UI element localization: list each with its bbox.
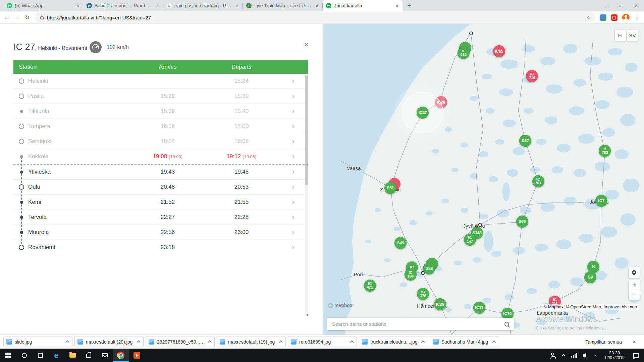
taskbar-search-button[interactable]: [16, 349, 32, 362]
tab-close-button[interactable]: ×: [75, 3, 80, 9]
file-explorer-button[interactable]: [64, 349, 80, 362]
download-menu-caret[interactable]: [492, 340, 496, 344]
download-item[interactable]: maxresdefault (20).jpg: [74, 337, 144, 347]
train-marker[interactable]: IC701: [532, 175, 544, 187]
station-row[interactable]: Ylivieska 19:43 19:45 ›: [13, 165, 308, 180]
tab-close-button[interactable]: ×: [234, 3, 240, 9]
tray-expand-button[interactable]: [558, 349, 569, 362]
forward-button[interactable]: →: [12, 12, 22, 22]
train-marker[interactable]: S67: [519, 135, 531, 147]
locate-button[interactable]: [629, 267, 640, 278]
browser-tab[interactable]: G train position tracking - Penelus... ×: [163, 0, 243, 11]
download-menu-caret[interactable]: [65, 340, 69, 344]
zoom-out-button[interactable]: −: [629, 290, 640, 300]
download-item[interactable]: 28297761890_e59....jpg: [146, 337, 215, 347]
station-row[interactable]: Oulu 20:48 20:53 ›: [13, 180, 308, 195]
browser-tab[interactable]: W Bung Transport — WordPress.co... ×: [83, 0, 163, 11]
video-app-button[interactable]: [129, 349, 145, 362]
tab-close-button[interactable]: ×: [394, 3, 400, 9]
close-downloads-bar-button[interactable]: ×: [628, 339, 641, 345]
people-tray-button[interactable]: [547, 349, 558, 362]
download-item[interactable]: trucktraincloudnu....jpg: [359, 337, 428, 347]
tab-close-button[interactable]: ×: [155, 3, 160, 9]
train-marker[interactable]: IC471: [364, 280, 376, 292]
zoom-in-button[interactable]: +: [629, 280, 640, 290]
lang-fi-button[interactable]: FI: [615, 30, 626, 41]
edge-button[interactable]: e: [48, 349, 64, 362]
train-marker[interactable]: S51: [384, 182, 396, 194]
station-row[interactable]: Tampere 16:56 17:00 ›: [13, 119, 308, 134]
volume-tray-button[interactable]: [580, 349, 590, 362]
store-button[interactable]: [80, 349, 97, 362]
train-marker[interactable]: IC186: [405, 268, 417, 281]
station-row[interactable]: Pasila 15:29 15:30 ›: [13, 89, 308, 104]
status-tray-button[interactable]: ×: [590, 349, 601, 362]
download-menu-caret[interactable]: [421, 340, 425, 344]
url-text[interactable]: https://junatkartalla.vr.fi/?lang=en-US&…: [47, 15, 586, 20]
new-tab-button[interactable]: +: [405, 1, 414, 10]
scrollbar-thumb[interactable]: [305, 75, 308, 185]
train-marker[interactable]: IC147: [464, 234, 476, 246]
train-marker[interactable]: S9: [584, 271, 596, 283]
search-icon[interactable]: [504, 321, 510, 327]
download-item[interactable]: Sudhanshu Mani 4.jpg: [430, 337, 499, 347]
chrome-taskbar-button[interactable]: [113, 349, 129, 362]
station-row[interactable]: Kemi 21:52 21:55 ›: [13, 195, 308, 210]
search-input[interactable]: [332, 321, 504, 327]
train-marker[interactable]: IC179: [417, 288, 429, 300]
minimize-button[interactable]: –: [598, 0, 613, 11]
network-tray-button[interactable]: [569, 349, 580, 362]
station-row[interactable]: Muurola 22:56 23:00 ›: [13, 225, 308, 240]
train-marker[interactable]: S88: [423, 262, 435, 275]
panel-scrollbar[interactable]: [305, 75, 308, 316]
action-center-button[interactable]: [628, 349, 644, 362]
profile-avatar[interactable]: [622, 14, 630, 21]
train-marker[interactable]: S49: [394, 237, 407, 249]
address-bar[interactable]: https://junatkartalla.vr.fi/?lang=en-US&…: [35, 12, 595, 22]
taskbar-clock[interactable]: 23.28 12/07/2019: [601, 349, 628, 362]
station-row[interactable]: Helsinki 15:24 ›: [13, 74, 308, 89]
pdf-extension-icon[interactable]: [611, 14, 618, 21]
station-row[interactable]: Seinäjoki 18:04 18:08 ›: [13, 134, 308, 149]
download-item[interactable]: maxresdefault (19).jpg: [217, 337, 286, 347]
browser-menu-icon[interactable]: ⋮: [632, 12, 642, 22]
browser-tab[interactable]: T Live Train Map – see train inform... ×: [243, 0, 323, 11]
train-marker[interactable]: H763: [599, 145, 611, 157]
close-window-button[interactable]: ×: [629, 0, 644, 11]
download-menu-caret[interactable]: [208, 340, 211, 344]
mapbox-logo[interactable]: mapbox: [328, 303, 353, 308]
reload-button[interactable]: ↻: [22, 12, 32, 22]
task-view-button[interactable]: [32, 349, 48, 362]
station-row[interactable]: Kokkola 19:08(19:03) 19:12(19:05) ›: [13, 149, 308, 164]
train-marker[interactable]: IC710: [526, 70, 538, 82]
download-menu-caret[interactable]: [137, 340, 140, 344]
lang-sv-button[interactable]: SV: [627, 30, 638, 41]
train-marker[interactable]: IC65: [493, 45, 505, 57]
train-marker[interactable]: IC7: [595, 195, 607, 207]
browser-tab[interactable]: VR Junat kartalla ×: [323, 0, 402, 11]
bookmark-star-icon[interactable]: ☆: [586, 14, 591, 21]
station-row[interactable]: Tikkurila 15:39 15:40 ›: [13, 104, 308, 119]
train-marker[interactable]: S69: [516, 216, 528, 228]
download-menu-caret[interactable]: [350, 340, 354, 344]
train-marker[interactable]: IC919: [458, 47, 470, 59]
browser-tab[interactable]: W (5) WhatsApp ×: [3, 0, 83, 11]
mail-button[interactable]: [97, 349, 113, 362]
station-row[interactable]: Tervola 22:27 22:28 ›: [13, 210, 308, 225]
download-menu-caret[interactable]: [279, 340, 282, 344]
train-marker[interactable]: IC11: [473, 302, 485, 314]
maximize-button[interactable]: □: [613, 0, 629, 11]
download-item[interactable]: slide.jpg: [3, 337, 72, 347]
map-attribution[interactable]: © Mapbox, © OpenStreetMap, Improve this …: [542, 304, 639, 310]
train-marker[interactable]: IC29: [434, 298, 446, 310]
show-all-downloads-button[interactable]: Tampilkan semua: [579, 339, 628, 345]
tab-close-button[interactable]: ×: [314, 3, 320, 9]
scrollbar-down-arrow[interactable]: ▾: [306, 312, 309, 317]
translate-extension-icon[interactable]: [600, 14, 606, 21]
download-item[interactable]: roro316394.jpg: [288, 337, 357, 347]
station-row[interactable]: Rovaniemi 23:18 ›: [13, 240, 308, 255]
back-button[interactable]: ←: [2, 12, 12, 22]
close-panel-button[interactable]: ×: [304, 40, 309, 49]
start-button[interactable]: [0, 349, 16, 362]
train-map[interactable]: VaasaSeinäjokiPoriJyväskyläJoensuuHämeen…: [323, 24, 644, 335]
